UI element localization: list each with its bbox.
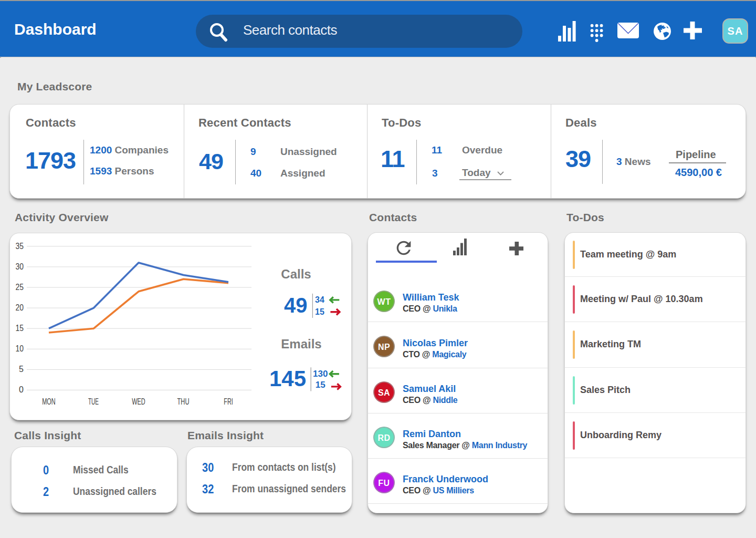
svg-text:25: 25 bbox=[16, 283, 24, 292]
svg-text:Calls: Calls bbox=[281, 267, 311, 281]
svg-text:49: 49 bbox=[284, 294, 308, 317]
svg-text:20: 20 bbox=[16, 303, 24, 312]
svg-text:35: 35 bbox=[16, 242, 24, 251]
svg-text:30: 30 bbox=[16, 262, 24, 271]
svg-text:Emails: Emails bbox=[281, 337, 321, 351]
svg-text:15: 15 bbox=[16, 324, 24, 333]
svg-text:THU: THU bbox=[177, 397, 190, 406]
svg-text:5: 5 bbox=[19, 365, 24, 374]
svg-text:TUE: TUE bbox=[88, 397, 99, 406]
svg-text:15: 15 bbox=[315, 307, 324, 316]
svg-text:34: 34 bbox=[315, 295, 324, 304]
svg-text:145: 145 bbox=[269, 366, 306, 391]
svg-text:MON: MON bbox=[42, 397, 56, 406]
svg-text:0: 0 bbox=[19, 385, 24, 394]
svg-text:FRI: FRI bbox=[224, 397, 233, 406]
svg-text:15: 15 bbox=[316, 380, 326, 390]
svg-text:10: 10 bbox=[16, 344, 24, 353]
svg-text:130: 130 bbox=[313, 369, 328, 379]
svg-text:WED: WED bbox=[132, 397, 145, 406]
